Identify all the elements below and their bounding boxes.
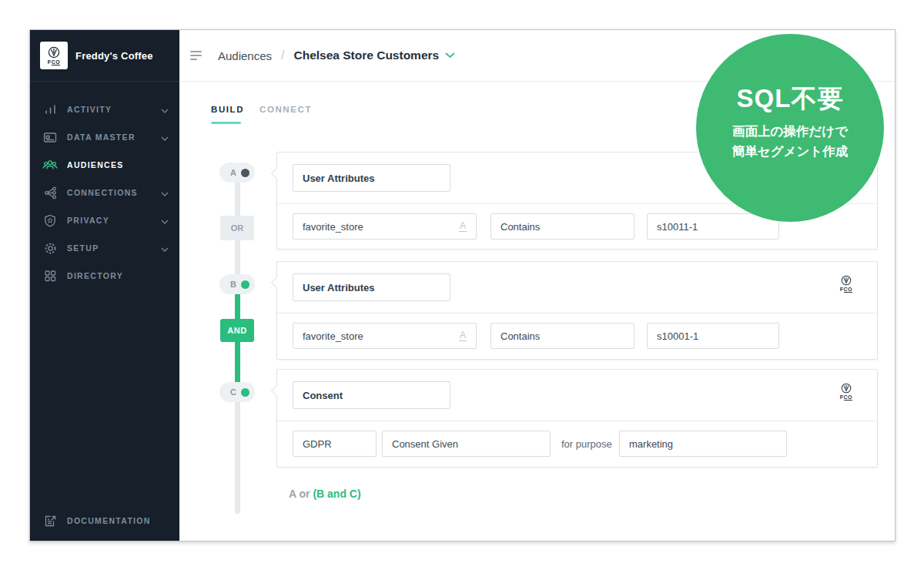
block-b-dot-icon xyxy=(241,280,249,289)
string-type-icon: A xyxy=(459,330,467,341)
source-select[interactable]: User Attributes xyxy=(293,164,450,192)
logic-summary-highlight: (B and C) xyxy=(313,488,360,500)
logic-summary-prefix: A or xyxy=(289,488,313,500)
regulation-select[interactable]: GDPR xyxy=(293,431,377,457)
chevron-down-icon xyxy=(161,213,169,227)
sidebar-footer: DOCUMENTATION xyxy=(30,507,179,535)
main-panel: Audiences / Chelsea Store Customers BUIL… xyxy=(179,30,895,541)
card-c-condition-row: GDPR Consent Given for purpose marketing xyxy=(277,421,877,467)
segment-dropdown-chevron-icon[interactable] xyxy=(445,52,455,59)
attribute-field[interactable]: favorite_store A xyxy=(293,323,477,349)
value-field[interactable]: s10001-1 xyxy=(647,323,779,349)
block-pill-b[interactable]: B xyxy=(219,274,255,294)
tab-build[interactable]: BUILD xyxy=(211,105,244,114)
sidebar-collapse-icon[interactable] xyxy=(190,49,204,62)
logic-summary: A or (B and C) xyxy=(289,488,361,500)
active-tab-underline xyxy=(211,122,241,124)
consent-status-select[interactable]: Consent Given xyxy=(382,431,551,457)
value-field[interactable]: s10011-1 xyxy=(647,213,779,240)
fco-badge-icon: FCO xyxy=(840,383,852,400)
sidebar-item-connections[interactable]: CONNECTIONS xyxy=(30,179,179,206)
sidebar-item-activity[interactable]: ACTIVITY xyxy=(30,96,179,123)
grid-icon xyxy=(42,269,58,283)
purpose-label: for purpose xyxy=(561,431,612,457)
people-icon xyxy=(42,158,58,172)
logo-text: F xyxy=(48,59,52,65)
card-c-header: Consent FCO xyxy=(277,370,877,421)
source-select[interactable]: Consent xyxy=(293,381,450,409)
sidebar-item-directory[interactable]: DIRECTORY xyxy=(30,262,179,290)
purpose-field[interactable]: marketing xyxy=(619,431,787,457)
sidebar-item-privacy[interactable]: PRIVACY xyxy=(30,206,179,234)
breadcrumb-current-segment[interactable]: Chelsea Store Customers xyxy=(294,49,440,62)
fco-badge-icon: FCO xyxy=(840,275,852,292)
breadcrumb-audiences[interactable]: Audiences xyxy=(218,49,272,62)
chevron-down-icon xyxy=(161,102,169,116)
block-pill-c[interactable]: C xyxy=(219,382,255,402)
operator-select[interactable]: Contains xyxy=(490,323,634,349)
promo-title: SQL不要 xyxy=(737,82,844,116)
brand-name: Freddy's Coffee xyxy=(75,50,153,62)
block-pill-a[interactable]: A xyxy=(219,163,255,183)
source-select[interactable]: User Attributes xyxy=(293,273,450,301)
sidebar-item-data-master[interactable]: DATA MASTER xyxy=(30,123,179,151)
sidebar: FCO Freddy's Coffee ACTIVITY xyxy=(30,30,179,541)
promo-badge: SQL不要 画面上の操作だけで 簡単セグメント作成 xyxy=(696,34,884,222)
sidebar-nav: ACTIVITY DATA MASTER xyxy=(30,82,179,290)
card-b-header: User Attributes FCO xyxy=(277,262,877,313)
sidebar-item-documentation[interactable]: DOCUMENTATION xyxy=(30,507,179,535)
condition-card-c: Consent FCO GDPR Consent Given for purpo… xyxy=(276,369,878,468)
breadcrumb-separator: / xyxy=(281,49,284,62)
shield-icon xyxy=(42,213,58,227)
sidebar-item-setup[interactable]: SETUP xyxy=(30,234,179,262)
data-card-icon xyxy=(42,130,58,144)
sidebar-item-audiences[interactable]: AUDIENCES xyxy=(30,151,179,179)
bar-chart-icon xyxy=(42,102,58,116)
network-icon xyxy=(42,186,58,200)
promo-line-1: 画面上の操作だけで xyxy=(732,122,848,141)
connector-rail-below-c xyxy=(235,392,240,514)
promo-line-2: 簡単セグメント作成 xyxy=(732,142,848,161)
app-window: FCO Freddy's Coffee ACTIVITY xyxy=(29,29,896,542)
operator-select[interactable]: Contains xyxy=(490,213,634,240)
block-c-dot-icon xyxy=(241,388,249,397)
string-type-icon: A xyxy=(459,221,467,232)
document-external-icon xyxy=(42,514,58,528)
gear-icon xyxy=(42,241,58,255)
condition-card-b: User Attributes FCO favorite_store A Con… xyxy=(276,261,878,360)
logic-operator-and[interactable]: AND xyxy=(220,319,254,342)
brand-logo: FCO xyxy=(40,42,68,69)
logic-operator-or[interactable]: OR xyxy=(220,216,254,240)
card-b-condition-row: favorite_store A Contains s10001-1 xyxy=(277,313,877,359)
fco-logo-icon: FCO xyxy=(48,46,60,65)
chevron-down-icon xyxy=(161,241,169,255)
brand-header[interactable]: FCO Freddy's Coffee xyxy=(30,30,179,82)
block-a-dot-icon xyxy=(241,169,249,177)
tab-connect[interactable]: CONNECT xyxy=(259,105,312,114)
attribute-field[interactable]: favorite_store A xyxy=(293,213,477,240)
chevron-down-icon xyxy=(161,186,169,200)
chevron-down-icon xyxy=(161,130,169,144)
